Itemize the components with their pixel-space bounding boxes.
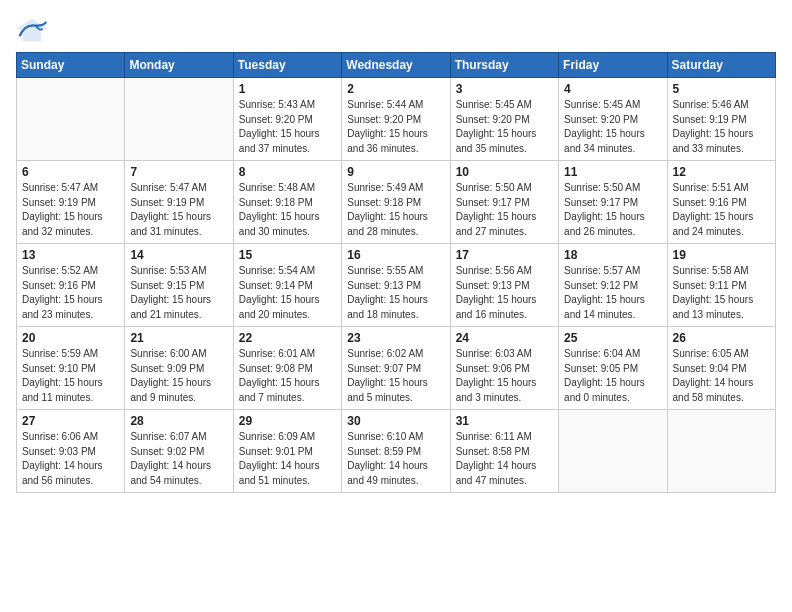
- day-number: 31: [456, 414, 553, 428]
- day-info: Sunrise: 5:45 AM Sunset: 9:20 PM Dayligh…: [564, 98, 661, 156]
- calendar-week-row: 6Sunrise: 5:47 AM Sunset: 9:19 PM Daylig…: [17, 161, 776, 244]
- calendar-day-cell: 17Sunrise: 5:56 AM Sunset: 9:13 PM Dayli…: [450, 244, 558, 327]
- calendar-day-cell: [17, 78, 125, 161]
- calendar-table: SundayMondayTuesdayWednesdayThursdayFrid…: [16, 52, 776, 493]
- day-info: Sunrise: 6:01 AM Sunset: 9:08 PM Dayligh…: [239, 347, 336, 405]
- day-info: Sunrise: 5:43 AM Sunset: 9:20 PM Dayligh…: [239, 98, 336, 156]
- day-number: 25: [564, 331, 661, 345]
- calendar-day-cell: 29Sunrise: 6:09 AM Sunset: 9:01 PM Dayli…: [233, 410, 341, 493]
- day-info: Sunrise: 5:52 AM Sunset: 9:16 PM Dayligh…: [22, 264, 119, 322]
- calendar-week-row: 27Sunrise: 6:06 AM Sunset: 9:03 PM Dayli…: [17, 410, 776, 493]
- day-number: 23: [347, 331, 444, 345]
- day-info: Sunrise: 5:50 AM Sunset: 9:17 PM Dayligh…: [456, 181, 553, 239]
- day-of-week-header: Saturday: [667, 53, 775, 78]
- calendar-day-cell: 24Sunrise: 6:03 AM Sunset: 9:06 PM Dayli…: [450, 327, 558, 410]
- calendar-day-cell: 14Sunrise: 5:53 AM Sunset: 9:15 PM Dayli…: [125, 244, 233, 327]
- day-number: 2: [347, 82, 444, 96]
- day-info: Sunrise: 5:50 AM Sunset: 9:17 PM Dayligh…: [564, 181, 661, 239]
- day-info: Sunrise: 5:53 AM Sunset: 9:15 PM Dayligh…: [130, 264, 227, 322]
- day-number: 30: [347, 414, 444, 428]
- calendar-day-cell: 31Sunrise: 6:11 AM Sunset: 8:58 PM Dayli…: [450, 410, 558, 493]
- day-info: Sunrise: 5:56 AM Sunset: 9:13 PM Dayligh…: [456, 264, 553, 322]
- day-info: Sunrise: 5:54 AM Sunset: 9:14 PM Dayligh…: [239, 264, 336, 322]
- day-number: 13: [22, 248, 119, 262]
- day-info: Sunrise: 5:58 AM Sunset: 9:11 PM Dayligh…: [673, 264, 770, 322]
- day-info: Sunrise: 5:59 AM Sunset: 9:10 PM Dayligh…: [22, 347, 119, 405]
- day-info: Sunrise: 5:55 AM Sunset: 9:13 PM Dayligh…: [347, 264, 444, 322]
- day-number: 6: [22, 165, 119, 179]
- page-header: [16, 16, 776, 44]
- day-info: Sunrise: 6:07 AM Sunset: 9:02 PM Dayligh…: [130, 430, 227, 488]
- calendar-day-cell: 25Sunrise: 6:04 AM Sunset: 9:05 PM Dayli…: [559, 327, 667, 410]
- calendar-week-row: 13Sunrise: 5:52 AM Sunset: 9:16 PM Dayli…: [17, 244, 776, 327]
- day-number: 21: [130, 331, 227, 345]
- calendar-day-cell: 16Sunrise: 5:55 AM Sunset: 9:13 PM Dayli…: [342, 244, 450, 327]
- calendar-day-cell: 13Sunrise: 5:52 AM Sunset: 9:16 PM Dayli…: [17, 244, 125, 327]
- day-number: 3: [456, 82, 553, 96]
- calendar-day-cell: 11Sunrise: 5:50 AM Sunset: 9:17 PM Dayli…: [559, 161, 667, 244]
- logo: [16, 16, 52, 44]
- svg-marker-0: [16, 18, 48, 41]
- calendar-day-cell: [559, 410, 667, 493]
- day-of-week-header: Thursday: [450, 53, 558, 78]
- calendar-week-row: 1Sunrise: 5:43 AM Sunset: 9:20 PM Daylig…: [17, 78, 776, 161]
- day-number: 15: [239, 248, 336, 262]
- day-number: 14: [130, 248, 227, 262]
- day-number: 20: [22, 331, 119, 345]
- day-number: 8: [239, 165, 336, 179]
- day-number: 1: [239, 82, 336, 96]
- day-info: Sunrise: 5:45 AM Sunset: 9:20 PM Dayligh…: [456, 98, 553, 156]
- calendar-day-cell: 18Sunrise: 5:57 AM Sunset: 9:12 PM Dayli…: [559, 244, 667, 327]
- day-info: Sunrise: 5:57 AM Sunset: 9:12 PM Dayligh…: [564, 264, 661, 322]
- day-info: Sunrise: 6:02 AM Sunset: 9:07 PM Dayligh…: [347, 347, 444, 405]
- day-of-week-header: Wednesday: [342, 53, 450, 78]
- day-of-week-header: Friday: [559, 53, 667, 78]
- day-number: 17: [456, 248, 553, 262]
- day-number: 29: [239, 414, 336, 428]
- calendar-day-cell: 2Sunrise: 5:44 AM Sunset: 9:20 PM Daylig…: [342, 78, 450, 161]
- calendar-day-cell: 22Sunrise: 6:01 AM Sunset: 9:08 PM Dayli…: [233, 327, 341, 410]
- day-info: Sunrise: 6:05 AM Sunset: 9:04 PM Dayligh…: [673, 347, 770, 405]
- calendar-day-cell: 20Sunrise: 5:59 AM Sunset: 9:10 PM Dayli…: [17, 327, 125, 410]
- day-of-week-header: Sunday: [17, 53, 125, 78]
- calendar-header-row: SundayMondayTuesdayWednesdayThursdayFrid…: [17, 53, 776, 78]
- calendar-day-cell: 12Sunrise: 5:51 AM Sunset: 9:16 PM Dayli…: [667, 161, 775, 244]
- day-number: 27: [22, 414, 119, 428]
- calendar-day-cell: 4Sunrise: 5:45 AM Sunset: 9:20 PM Daylig…: [559, 78, 667, 161]
- day-info: Sunrise: 6:09 AM Sunset: 9:01 PM Dayligh…: [239, 430, 336, 488]
- calendar-day-cell: 3Sunrise: 5:45 AM Sunset: 9:20 PM Daylig…: [450, 78, 558, 161]
- day-number: 16: [347, 248, 444, 262]
- day-info: Sunrise: 6:10 AM Sunset: 8:59 PM Dayligh…: [347, 430, 444, 488]
- day-number: 9: [347, 165, 444, 179]
- day-info: Sunrise: 5:44 AM Sunset: 9:20 PM Dayligh…: [347, 98, 444, 156]
- day-number: 5: [673, 82, 770, 96]
- day-info: Sunrise: 5:51 AM Sunset: 9:16 PM Dayligh…: [673, 181, 770, 239]
- calendar-day-cell: 10Sunrise: 5:50 AM Sunset: 9:17 PM Dayli…: [450, 161, 558, 244]
- day-info: Sunrise: 6:00 AM Sunset: 9:09 PM Dayligh…: [130, 347, 227, 405]
- calendar-day-cell: 5Sunrise: 5:46 AM Sunset: 9:19 PM Daylig…: [667, 78, 775, 161]
- calendar-day-cell: [667, 410, 775, 493]
- day-number: 26: [673, 331, 770, 345]
- calendar-day-cell: [125, 78, 233, 161]
- day-info: Sunrise: 5:46 AM Sunset: 9:19 PM Dayligh…: [673, 98, 770, 156]
- calendar-day-cell: 30Sunrise: 6:10 AM Sunset: 8:59 PM Dayli…: [342, 410, 450, 493]
- day-number: 22: [239, 331, 336, 345]
- calendar-day-cell: 8Sunrise: 5:48 AM Sunset: 9:18 PM Daylig…: [233, 161, 341, 244]
- calendar-day-cell: 26Sunrise: 6:05 AM Sunset: 9:04 PM Dayli…: [667, 327, 775, 410]
- calendar-day-cell: 9Sunrise: 5:49 AM Sunset: 9:18 PM Daylig…: [342, 161, 450, 244]
- calendar-week-row: 20Sunrise: 5:59 AM Sunset: 9:10 PM Dayli…: [17, 327, 776, 410]
- day-number: 10: [456, 165, 553, 179]
- day-number: 7: [130, 165, 227, 179]
- day-info: Sunrise: 5:48 AM Sunset: 9:18 PM Dayligh…: [239, 181, 336, 239]
- day-number: 28: [130, 414, 227, 428]
- calendar-day-cell: 21Sunrise: 6:00 AM Sunset: 9:09 PM Dayli…: [125, 327, 233, 410]
- calendar-day-cell: 6Sunrise: 5:47 AM Sunset: 9:19 PM Daylig…: [17, 161, 125, 244]
- calendar-day-cell: 23Sunrise: 6:02 AM Sunset: 9:07 PM Dayli…: [342, 327, 450, 410]
- day-info: Sunrise: 6:03 AM Sunset: 9:06 PM Dayligh…: [456, 347, 553, 405]
- day-of-week-header: Tuesday: [233, 53, 341, 78]
- calendar-day-cell: 28Sunrise: 6:07 AM Sunset: 9:02 PM Dayli…: [125, 410, 233, 493]
- day-number: 4: [564, 82, 661, 96]
- day-number: 24: [456, 331, 553, 345]
- calendar-day-cell: 1Sunrise: 5:43 AM Sunset: 9:20 PM Daylig…: [233, 78, 341, 161]
- day-info: Sunrise: 6:06 AM Sunset: 9:03 PM Dayligh…: [22, 430, 119, 488]
